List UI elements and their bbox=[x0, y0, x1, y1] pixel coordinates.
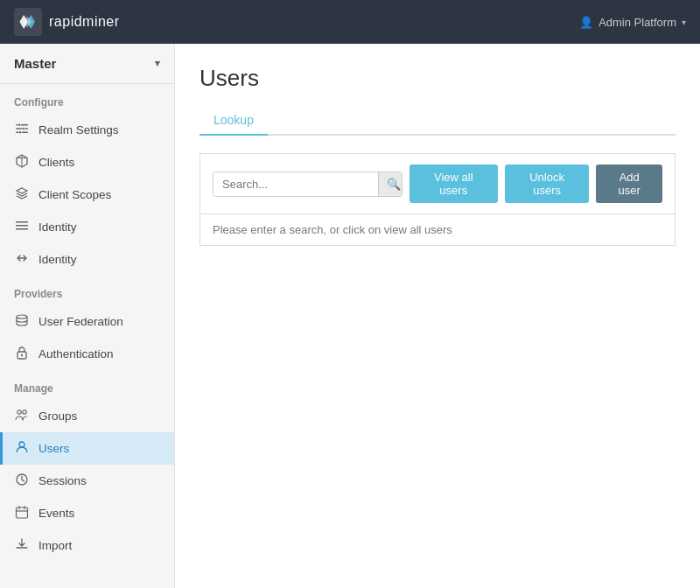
list-icon bbox=[14, 219, 30, 235]
sidebar-item-label: Client Scopes bbox=[38, 188, 111, 201]
sidebar-item-label: Groups bbox=[38, 410, 77, 423]
group-icon bbox=[14, 408, 30, 424]
sliders-icon bbox=[14, 122, 30, 138]
tabs: Lookup bbox=[200, 106, 676, 136]
logo-text: rapidminer bbox=[49, 14, 120, 30]
svg-point-17 bbox=[23, 410, 26, 414]
page-title: Users bbox=[200, 65, 676, 92]
sidebar-item-sessions[interactable]: Sessions bbox=[0, 465, 174, 497]
sidebar-item-label: Identity bbox=[38, 253, 77, 266]
tab-lookup[interactable]: Lookup bbox=[200, 106, 268, 136]
user-icon bbox=[14, 440, 30, 457]
search-bar: 🔍 View all users Unlock users Add user bbox=[200, 153, 676, 214]
search-button[interactable]: 🔍 bbox=[378, 172, 402, 196]
svg-rect-10 bbox=[16, 221, 28, 223]
calendar-icon bbox=[14, 505, 30, 522]
sidebar-item-events[interactable]: Events bbox=[0, 497, 174, 529]
master-chevron-icon: ▾ bbox=[155, 58, 160, 69]
sidebar-item-label: Users bbox=[38, 442, 69, 455]
sidebar-item-label: Realm Settings bbox=[38, 123, 119, 136]
layout: Master ▾ Configure Realm Settings Client… bbox=[0, 44, 700, 588]
sidebar-item-user-federation[interactable]: User Federation bbox=[0, 305, 174, 338]
svg-rect-20 bbox=[17, 508, 28, 518]
hint-text: Please enter a search, or click on view … bbox=[213, 223, 452, 236]
providers-section-label: Providers bbox=[0, 276, 174, 305]
sidebar-item-authentication[interactable]: Authentication bbox=[0, 338, 174, 370]
sidebar-item-client-scopes[interactable]: Client Scopes bbox=[0, 178, 174, 211]
svg-point-18 bbox=[19, 442, 24, 447]
manage-section-label: Manage bbox=[0, 370, 174, 400]
user-chevron-icon: ▾ bbox=[682, 18, 686, 27]
sidebar-item-label: Events bbox=[38, 507, 74, 520]
search-input[interactable] bbox=[214, 172, 378, 196]
sidebar-item-label: Clients bbox=[38, 156, 74, 169]
main-content: Users Lookup 🔍 View all users Unlock use… bbox=[175, 44, 700, 588]
sidebar-item-roles[interactable]: Identity bbox=[0, 211, 174, 243]
svg-point-7 bbox=[23, 128, 25, 130]
logo: rapidminer bbox=[14, 8, 120, 36]
svg-point-13 bbox=[17, 315, 27, 318]
user-icon: 👤 bbox=[579, 16, 593, 29]
top-nav: rapidminer 👤 Admin Platform ▾ bbox=[0, 0, 700, 44]
sidebar-item-label: Sessions bbox=[38, 474, 87, 487]
lock-icon bbox=[14, 346, 30, 362]
cube-icon bbox=[14, 154, 30, 171]
add-user-button[interactable]: Add user bbox=[596, 164, 662, 203]
sidebar-item-label: User Federation bbox=[38, 315, 123, 328]
download-icon bbox=[14, 537, 30, 554]
sidebar-item-groups[interactable]: Groups bbox=[0, 400, 174, 432]
svg-rect-11 bbox=[16, 225, 28, 227]
clock-icon bbox=[14, 472, 30, 489]
master-dropdown[interactable]: Master ▾ bbox=[0, 44, 174, 84]
master-label: Master bbox=[14, 56, 56, 71]
search-input-wrap: 🔍 bbox=[213, 172, 402, 197]
user-menu[interactable]: 👤 Admin Platform ▾ bbox=[579, 16, 686, 29]
sidebar-item-clients[interactable]: Clients bbox=[0, 146, 174, 178]
sidebar-item-label: Import bbox=[38, 539, 72, 552]
svg-point-16 bbox=[18, 410, 21, 414]
configure-section-label: Configure bbox=[0, 84, 174, 114]
sidebar-item-users[interactable]: Users bbox=[0, 432, 174, 465]
svg-rect-12 bbox=[16, 228, 28, 230]
user-label: Admin Platform bbox=[598, 16, 676, 29]
view-all-users-button[interactable]: View all users bbox=[410, 164, 498, 203]
sidebar-item-label: Authentication bbox=[38, 347, 114, 360]
logo-icon bbox=[14, 8, 42, 36]
sidebar-item-realm-settings[interactable]: Realm Settings bbox=[0, 114, 174, 146]
search-hint: Please enter a search, or click on view … bbox=[200, 214, 676, 246]
tab-lookup-label: Lookup bbox=[214, 113, 254, 127]
svg-point-5 bbox=[18, 123, 21, 126]
svg-point-15 bbox=[21, 354, 23, 356]
sidebar: Master ▾ Configure Realm Settings Client… bbox=[0, 44, 175, 588]
database-icon bbox=[14, 313, 30, 330]
sidebar-item-label: Identity bbox=[38, 220, 77, 234]
unlock-users-button[interactable]: Unlock users bbox=[505, 164, 590, 203]
sidebar-item-import[interactable]: Import bbox=[0, 529, 174, 562]
layers-icon bbox=[14, 186, 30, 203]
sidebar-item-identity[interactable]: Identity bbox=[0, 243, 174, 276]
arrows-icon bbox=[14, 251, 30, 268]
svg-point-9 bbox=[19, 131, 22, 134]
